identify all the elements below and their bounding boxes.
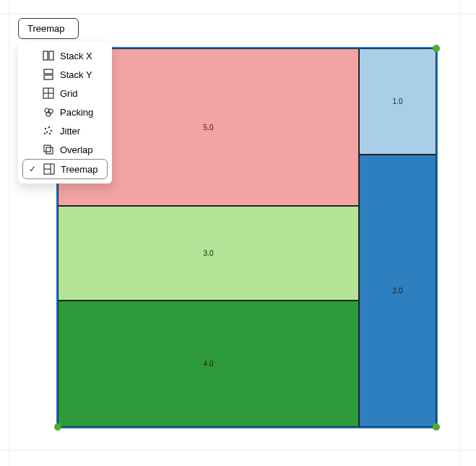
menu-item-jitter[interactable]: ✓ Jitter: [22, 121, 108, 140]
treemap-cell[interactable]: 3.0: [58, 206, 359, 301]
menu-item-label: Overlap: [60, 144, 93, 155]
resize-handle-bottom-left[interactable]: [54, 423, 61, 431]
treemap-icon: [43, 163, 55, 175]
stack-x-icon: [43, 50, 54, 61]
menu-item-stack-y[interactable]: ✓ Stack Y: [22, 65, 108, 84]
layout-dropdown-menu: ✓ Stack X ✓ Stack Y ✓ Grid ✓ Pack: [18, 42, 112, 184]
svg-rect-1: [49, 51, 53, 60]
stack-y-icon: [43, 69, 54, 80]
menu-item-label: Treemap: [61, 164, 98, 175]
menu-item-overlap[interactable]: ✓ Overlap: [22, 140, 108, 159]
packing-icon: [43, 106, 54, 118]
grid-icon: [43, 87, 54, 99]
resize-handle-top-right[interactable]: [433, 45, 440, 52]
svg-rect-2: [44, 69, 53, 74]
cell-label: 5.0: [204, 124, 214, 131]
svg-rect-16: [44, 145, 51, 152]
overlap-icon: [43, 144, 54, 155]
menu-item-grid[interactable]: ✓ Grid: [22, 84, 108, 103]
svg-point-15: [44, 133, 46, 134]
menu-item-packing[interactable]: ✓ Packing: [22, 103, 108, 121]
layout-dropdown: Treemap ✓ Stack X ✓ Stack Y ✓ Grid: [18, 18, 112, 184]
treemap-canvas[interactable]: 5.0 3.0 4.0 1.0 2.0: [56, 47, 438, 428]
cell-label: 2.0: [393, 287, 403, 295]
svg-point-12: [51, 130, 52, 131]
treemap-cell[interactable]: 2.0: [359, 155, 436, 427]
menu-item-label: Stack Y: [60, 69, 92, 80]
menu-item-label: Jitter: [60, 126, 80, 137]
jitter-icon: [43, 125, 54, 137]
svg-rect-0: [43, 51, 48, 60]
menu-item-label: Grid: [60, 88, 78, 99]
treemap-cell[interactable]: 4.0: [58, 301, 359, 427]
svg-point-11: [48, 126, 50, 128]
menu-item-label: Packing: [60, 107, 93, 118]
svg-point-13: [46, 131, 48, 133]
resize-handle-bottom-right[interactable]: [433, 423, 440, 431]
dropdown-button-label: Treemap: [27, 23, 65, 34]
svg-point-14: [49, 133, 51, 134]
check-icon: ✓: [27, 164, 38, 174]
menu-item-treemap[interactable]: ✓ Treemap: [22, 159, 108, 179]
svg-point-10: [45, 128, 46, 129]
svg-rect-17: [46, 147, 53, 154]
menu-item-stack-x[interactable]: ✓ Stack X: [22, 46, 108, 65]
menu-item-label: Stack X: [60, 51, 92, 61]
cell-label: 4.0: [204, 360, 214, 368]
cell-label: 1.0: [393, 98, 403, 105]
cell-label: 3.0: [204, 249, 214, 257]
treemap-cell[interactable]: 1.0: [359, 48, 436, 155]
layout-dropdown-button[interactable]: Treemap: [18, 18, 79, 39]
svg-rect-3: [44, 75, 53, 79]
